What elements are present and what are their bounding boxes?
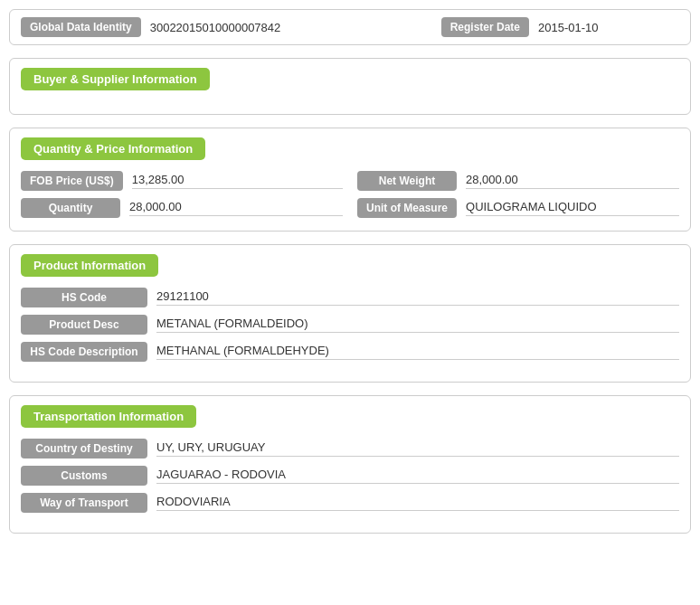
- transportation-header: Transportation Information: [21, 405, 196, 428]
- quantity-label: Quantity: [21, 198, 120, 218]
- quantity-col: Quantity 28,000.00: [21, 198, 343, 218]
- quantity-value: 28,000.00: [129, 200, 343, 216]
- fob-price-label: FOB Price (US$): [21, 171, 123, 191]
- quantity-uom-row: Quantity 28,000.00 Unit of Measure QUILO…: [21, 198, 679, 218]
- hs-code-row: HS Code 29121100: [21, 288, 679, 307]
- quantity-price-header: Quantity & Price Information: [21, 137, 205, 160]
- fob-price-value: 13,285.00: [132, 173, 343, 189]
- hs-code-desc-value: METHANAL (FORMALDEHYDE): [156, 344, 679, 360]
- customs-value: JAGUARAO - RODOVIA: [156, 468, 679, 484]
- net-weight-col: Net Weight 28,000.00: [357, 171, 679, 191]
- way-of-transport-value: RODOVIARIA: [156, 495, 679, 511]
- buyer-supplier-header: Buyer & Supplier Information: [21, 68, 210, 90]
- product-header: Product Information: [21, 254, 158, 277]
- unit-of-measure-col: Unit of Measure QUILOGRAMA LIQUIDO: [357, 198, 679, 218]
- product-section: Product Information HS Code 29121100 Pro…: [9, 244, 691, 383]
- transportation-section: Transportation Information Country of De…: [9, 395, 691, 534]
- unit-of-measure-label: Unit of Measure: [357, 198, 457, 218]
- hs-code-desc-label: HS Code Description: [21, 342, 147, 362]
- product-desc-label: Product Desc: [21, 315, 147, 335]
- way-of-transport-label: Way of Transport: [21, 493, 147, 513]
- country-of-destiny-label: Country of Destiny: [21, 439, 147, 458]
- net-weight-value: 28,000.00: [466, 173, 679, 189]
- way-of-transport-row: Way of Transport RODOVIARIA: [21, 493, 679, 513]
- register-date-label: Register Date: [441, 17, 529, 37]
- fob-net-row: FOB Price (US$) 13,285.00 Net Weight 28,…: [21, 171, 679, 191]
- quantity-price-section: Quantity & Price Information FOB Price (…: [9, 128, 691, 232]
- buyer-supplier-section: Buyer & Supplier Information: [9, 58, 691, 115]
- global-data-label: Global Data Identity: [21, 17, 141, 37]
- unit-of-measure-value: QUILOGRAMA LIQUIDO: [466, 200, 679, 216]
- customs-row: Customs JAGUARAO - RODOVIA: [21, 466, 679, 486]
- fob-price-col: FOB Price (US$) 13,285.00: [21, 171, 343, 191]
- country-of-destiny-row: Country of Destiny UY, URY, URUGUAY: [21, 439, 679, 458]
- global-data-value: 30022015010000007842: [150, 21, 432, 34]
- hs-code-label: HS Code: [21, 288, 147, 307]
- hs-code-value: 29121100: [156, 289, 679, 306]
- identity-row: Global Data Identity 3002201501000000784…: [9, 9, 691, 45]
- hs-code-desc-row: HS Code Description METHANAL (FORMALDEHY…: [21, 342, 679, 362]
- country-of-destiny-value: UY, URY, URUGUAY: [156, 440, 679, 457]
- product-desc-value: METANAL (FORMALDEIDO): [156, 317, 679, 333]
- register-date-value: 2015-01-10: [538, 21, 679, 34]
- net-weight-label: Net Weight: [357, 171, 457, 191]
- customs-label: Customs: [21, 466, 147, 486]
- product-desc-row: Product Desc METANAL (FORMALDEIDO): [21, 315, 679, 335]
